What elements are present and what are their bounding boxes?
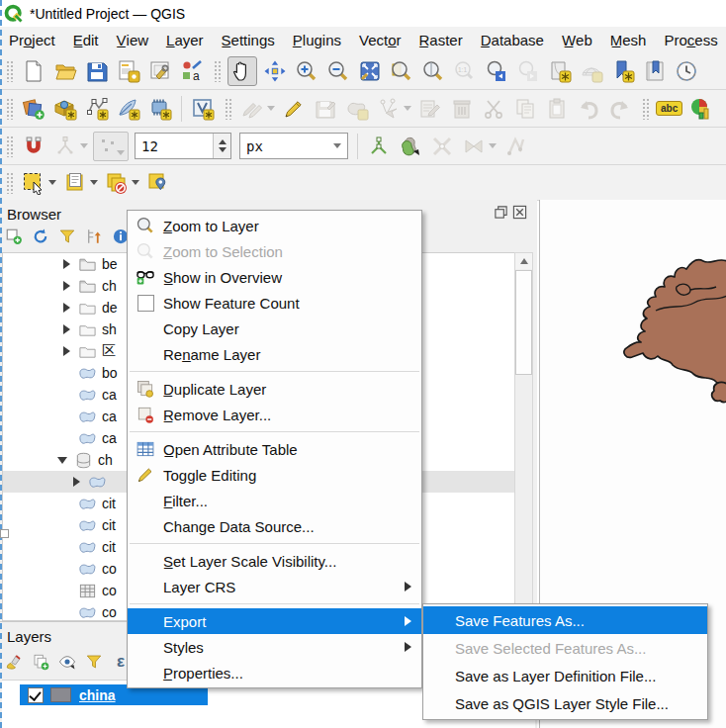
new-map-view-button[interactable] bbox=[546, 57, 574, 85]
toolbar-grip[interactable] bbox=[6, 98, 13, 120]
toolbar-grip[interactable] bbox=[6, 172, 13, 194]
new-geopackage-layer-button[interactable] bbox=[51, 95, 79, 123]
menu-web[interactable]: W̲eb bbox=[553, 29, 601, 51]
menu-mesh[interactable]: M̲esh bbox=[601, 29, 656, 51]
new-mesh-layer-button[interactable] bbox=[146, 95, 174, 123]
menu-item-remove-layer[interactable]: R̲emove Layer... bbox=[128, 402, 421, 427]
submenu-item-save-as-qgis-layer-style-file[interactable]: Save as QGIS Layer Style File... bbox=[423, 689, 707, 717]
menu-item-layer-crs[interactable]: Layer CRS bbox=[128, 574, 421, 599]
layer-diagram-button[interactable] bbox=[686, 95, 714, 123]
menu-item-zoom-to-layer[interactable]: Z̲oom to Layer bbox=[128, 213, 421, 238]
new-3d-map-view-button[interactable] bbox=[578, 57, 605, 85]
pan-map-button[interactable] bbox=[227, 56, 257, 86]
menu-item-change-data-source[interactable]: Change Data Source... bbox=[128, 513, 421, 539]
toolbar-grip[interactable] bbox=[214, 60, 221, 82]
save-project-button[interactable] bbox=[83, 57, 111, 85]
menu-raster[interactable]: R̲aster bbox=[410, 29, 472, 51]
new-virtual-layer-button[interactable] bbox=[189, 95, 217, 123]
current-edits-button[interactable] bbox=[238, 95, 266, 123]
deselect-features-dropdown[interactable] bbox=[132, 180, 139, 185]
layer-labeling-button[interactable]: abc bbox=[656, 95, 682, 123]
menu-item-copy-layer[interactable]: Copy Layer bbox=[128, 316, 421, 341]
submenu-item-save-as-layer-definition-file[interactable]: Save as Layer Definition File... bbox=[423, 662, 707, 689]
expand-down-icon[interactable] bbox=[57, 457, 67, 464]
pan-to-selection-button[interactable] bbox=[261, 57, 289, 85]
submenu-item-save-selected-features-as[interactable]: Save Selected Features As... bbox=[423, 634, 707, 662]
menu-item-toggle-editing[interactable]: Toggle Editing bbox=[128, 462, 421, 488]
zoom-in-button[interactable] bbox=[293, 57, 320, 85]
vertex-tool-button[interactable] bbox=[375, 95, 403, 123]
snapping-mode-button[interactable] bbox=[93, 132, 129, 161]
browser-float-button[interactable] bbox=[494, 205, 508, 224]
open-layer-styling-button[interactable] bbox=[4, 652, 24, 672]
zoom-out-button[interactable] bbox=[324, 57, 352, 85]
toolbar-grip[interactable] bbox=[642, 98, 649, 120]
manage-map-themes-button[interactable] bbox=[57, 652, 77, 672]
select-by-form-dropdown[interactable] bbox=[90, 180, 98, 185]
temporal-controller-button[interactable] bbox=[673, 57, 700, 85]
cut-features-button[interactable] bbox=[480, 95, 507, 123]
save-layer-edits-button[interactable] bbox=[312, 95, 339, 123]
expand-right-icon[interactable] bbox=[73, 477, 80, 487]
menu-item-properties[interactable]: P̲roperties... bbox=[128, 660, 421, 685]
digitizing-options-button[interactable] bbox=[397, 133, 424, 160]
new-spatial-bookmark-button[interactable] bbox=[609, 57, 637, 85]
menu-database[interactable]: D̲atabase bbox=[472, 29, 553, 51]
snap-tolerance-spinbox[interactable]: 12 bbox=[135, 133, 231, 159]
checkbox-unchecked-icon[interactable] bbox=[137, 295, 154, 312]
menu-process[interactable]: Proc̲ess bbox=[655, 29, 726, 51]
menu-item-set-layer-scale-visibility[interactable]: S̲et Layer Scale Visibility... bbox=[128, 548, 421, 574]
add-feature-button[interactable] bbox=[343, 95, 371, 123]
menu-item-filter[interactable]: F̲ilter... bbox=[128, 488, 421, 513]
spin-up-icon[interactable] bbox=[219, 139, 227, 144]
select-by-location-button[interactable] bbox=[144, 169, 172, 197]
current-edits-dropdown[interactable] bbox=[267, 106, 275, 111]
zoom-full-button[interactable] bbox=[356, 57, 384, 85]
select-by-form-button[interactable] bbox=[61, 169, 89, 197]
menu-item-show-feature-count[interactable]: Show Feature Count bbox=[128, 290, 421, 316]
snapping-type-dropdown[interactable] bbox=[80, 143, 88, 148]
style-manager-button[interactable]: a bbox=[178, 57, 206, 85]
collapse-all-button[interactable] bbox=[84, 227, 104, 246]
zoom-last-button[interactable] bbox=[483, 57, 510, 85]
enable-tracing-button[interactable] bbox=[501, 133, 529, 160]
data-source-manager-button[interactable] bbox=[20, 95, 47, 123]
filter-browser-button[interactable] bbox=[57, 227, 77, 246]
topological-editing-button[interactable] bbox=[365, 133, 393, 160]
self-snapping-dropdown[interactable] bbox=[489, 143, 497, 148]
scrollbar-thumb[interactable] bbox=[515, 270, 532, 375]
zoom-to-layer-button[interactable] bbox=[419, 57, 447, 85]
menu-plugins[interactable]: P̲lugins bbox=[284, 29, 350, 51]
menu-item-export[interactable]: Export bbox=[128, 608, 421, 634]
snapping-type-button[interactable] bbox=[51, 133, 79, 160]
toolbar-grip[interactable] bbox=[6, 136, 13, 157]
dock-resize-handle[interactable] bbox=[0, 529, 9, 538]
new-shapefile-layer-button[interactable] bbox=[83, 95, 111, 123]
refresh-button[interactable] bbox=[31, 227, 50, 246]
menu-layer[interactable]: L̲ayer bbox=[157, 29, 213, 51]
spin-down-icon[interactable] bbox=[219, 147, 227, 152]
toggle-editing-button[interactable] bbox=[280, 95, 308, 123]
menu-vector[interactable]: Vecto̲r bbox=[350, 29, 410, 51]
open-project-button[interactable] bbox=[51, 57, 79, 85]
paste-features-button[interactable] bbox=[543, 95, 571, 123]
expand-right-icon[interactable] bbox=[63, 281, 70, 291]
menu-item-styles[interactable]: Styles bbox=[128, 634, 421, 660]
menu-edit[interactable]: E̲dit bbox=[64, 29, 108, 51]
menu-item-duplicate-layer[interactable]: D̲uplicate Layer bbox=[128, 376, 421, 402]
add-group-button[interactable] bbox=[31, 652, 50, 672]
scrollbar-up-button[interactable] bbox=[515, 253, 532, 269]
menu-item-rename-layer[interactable]: Ren̲ame Layer bbox=[128, 341, 421, 367]
submenu-item-save-features-as[interactable]: Save Features As... bbox=[423, 606, 707, 634]
redo-button[interactable] bbox=[606, 95, 634, 123]
new-spatialite-layer-button[interactable] bbox=[115, 95, 142, 123]
select-features-dropdown[interactable] bbox=[48, 180, 56, 185]
menu-settings[interactable]: S̲ettings bbox=[213, 29, 284, 51]
filter-legend-button[interactable] bbox=[84, 652, 104, 672]
snapping-on-intersection-button[interactable] bbox=[428, 133, 456, 160]
self-snapping-button[interactable] bbox=[460, 133, 488, 160]
snap-tolerance-value[interactable]: 12 bbox=[136, 138, 213, 154]
new-print-layout-button[interactable] bbox=[115, 57, 142, 85]
new-project-button[interactable] bbox=[20, 57, 47, 85]
enable-snapping-button[interactable] bbox=[20, 133, 47, 160]
